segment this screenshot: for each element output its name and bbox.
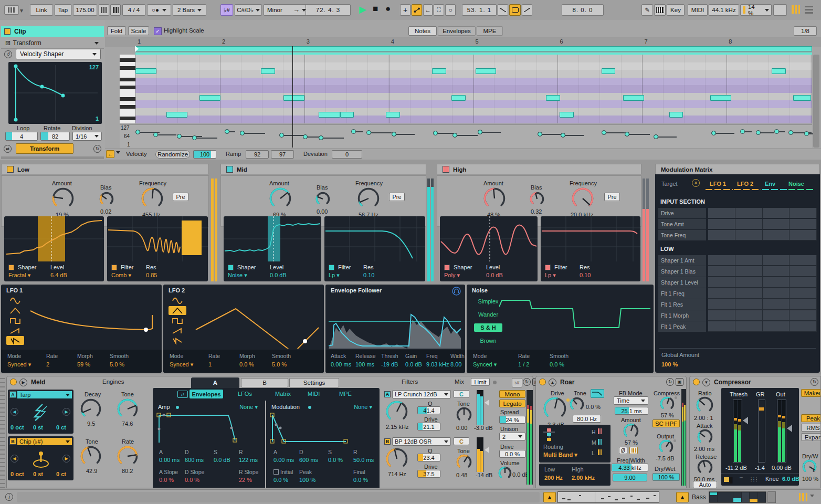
tap-button[interactable]: Tap — [55, 4, 71, 16]
lfo2-smooth-value[interactable]: 5.0 % — [272, 361, 287, 368]
ramp-start-field[interactable]: 92 — [246, 150, 269, 159]
matrix-cell[interactable] — [708, 230, 735, 240]
mid-pre-button[interactable]: Pre — [389, 193, 405, 201]
mix-a-c-button[interactable]: C — [454, 390, 469, 398]
nudge-up-button[interactable] — [110, 4, 121, 16]
punch-out-button[interactable] — [522, 4, 532, 16]
high-shaper-menu[interactable]: Poly ▾ — [444, 272, 460, 279]
subtab-matrix[interactable]: Matrix — [275, 391, 291, 397]
release-value[interactable]: 100 ms — [355, 361, 374, 368]
low-amount-knob[interactable] — [52, 187, 74, 209]
band-low-activator[interactable] — [7, 166, 14, 173]
grid-row[interactable] — [135, 108, 812, 116]
mix-a-level-slider[interactable] — [485, 400, 489, 406]
compressor-fold-button[interactable]: ▼ — [702, 379, 710, 386]
matrix-row-label[interactable]: Flt 1 Freq — [658, 288, 706, 299]
engine-a-oct[interactable]: 0 oct — [10, 424, 24, 430]
xover-high-value[interactable]: 2.00 kHz — [572, 475, 595, 481]
mid-amount-knob[interactable] — [269, 187, 291, 209]
follow-button[interactable]: → — [293, 6, 300, 14]
high-pre-button[interactable]: Pre — [604, 193, 620, 201]
beat-ruler[interactable]: 12345678 — [105, 37, 821, 47]
engine-a-tone-knob[interactable] — [117, 398, 138, 419]
spread-field[interactable]: 24 % — [499, 416, 525, 424]
scale-button[interactable]: Scale — [128, 26, 149, 35]
fb-mode-menu[interactable]: Time — [614, 396, 648, 405]
band-high-activator[interactable] — [443, 166, 449, 173]
matrix-cell[interactable] — [735, 230, 763, 240]
engine-b-oct[interactable]: 0 oct — [10, 471, 24, 477]
env-follower-display[interactable] — [329, 296, 462, 349]
fb-freq-field[interactable]: 4.33 kHz — [612, 464, 648, 471]
lane-remove-button[interactable]: ← — [106, 150, 114, 158]
new-button[interactable]: + — [400, 4, 410, 16]
square-icon[interactable] — [6, 316, 24, 325]
mono-button[interactable]: Mono — [499, 390, 525, 398]
fb-width-field[interactable]: 9.00 — [613, 474, 647, 481]
roar-drywet-field[interactable]: 100 % — [652, 473, 680, 481]
matrix-row-label[interactable]: Tone Freq — [658, 230, 706, 240]
matrix-cell[interactable] — [708, 219, 735, 229]
matrix-col-env[interactable]: Env — [765, 181, 775, 187]
loop-count-field[interactable]: 4 — [5, 132, 38, 141]
device-scroll-button[interactable]: ▲ — [676, 492, 689, 502]
out-drive-field[interactable]: 0.0 % — [499, 450, 525, 458]
arrangement-position-field[interactable]: 72. 4. 3 — [306, 4, 351, 16]
punch-in-field[interactable]: 53. 1. 1 — [462, 4, 497, 16]
low-filter-activator[interactable] — [111, 265, 117, 270]
randomize-amount-field[interactable]: 100 — [193, 150, 216, 159]
matrix-cell[interactable] — [763, 299, 790, 310]
quantize-menu[interactable]: 2 Bars — [173, 4, 206, 16]
mid-filter-activator[interactable] — [329, 265, 334, 270]
lfo2-mode-menu[interactable]: Synced ▾ — [170, 361, 193, 368]
grid-row[interactable] — [135, 78, 812, 86]
mid-shaper-menu[interactable]: Noise ▾ — [228, 272, 247, 279]
engine-b-prev-button[interactable]: ◀ — [10, 455, 18, 463]
matrix-cell[interactable] — [735, 255, 763, 266]
engine-b-ct[interactable]: 0 ct — [56, 471, 66, 477]
filter-a-q-field[interactable]: 41.4 — [417, 406, 440, 414]
grid-row[interactable] — [135, 55, 812, 62]
ramp-down-icon[interactable] — [6, 336, 24, 345]
matrix-cell[interactable] — [735, 266, 763, 277]
note-grid[interactable] — [135, 55, 812, 123]
ramp-up-icon[interactable] — [169, 326, 186, 335]
rotate-field[interactable]: 82 — [40, 132, 70, 141]
matrix-cell[interactable] — [763, 219, 790, 229]
meld-hot-swap-icon[interactable]: ↻ — [523, 378, 531, 386]
headphone-preview-icon[interactable] — [452, 287, 461, 296]
transform-loop-toggle[interactable]: ⇄ — [4, 145, 12, 153]
matrix-row-label[interactable]: Shaper 1 Level — [658, 277, 706, 288]
matrix-row-label[interactable]: Shaper 1 Bias — [658, 266, 706, 277]
high-filter-menu[interactable]: Lp ▾ — [545, 272, 556, 279]
matrix-cell[interactable] — [763, 266, 790, 277]
view-options-icon[interactable] — [4, 5, 19, 15]
high-level-value[interactable]: 0.0 dB — [486, 272, 503, 278]
reenable-automation-button[interactable]: ← — [423, 4, 433, 16]
mod-initial-value[interactable]: 0.0 % — [273, 477, 288, 483]
rms-button[interactable]: RMS — [801, 424, 821, 432]
gain-reduction-button[interactable]: ᎒᎒᎒ — [749, 476, 759, 484]
scale-name-menu[interactable]: Minor — [264, 4, 310, 16]
engine-b-st[interactable]: 0 st — [33, 471, 43, 477]
knee-value[interactable]: 6.0 dB — [782, 476, 799, 482]
fb-phase-button[interactable]: Ø — [619, 447, 627, 454]
lfo1-waveform-selector[interactable] — [6, 296, 25, 349]
high-filter-activator[interactable] — [545, 265, 551, 270]
record-button[interactable]: ● — [385, 4, 391, 14]
mixer-meter-arrow-icon[interactable] — [810, 495, 814, 497]
release-knob[interactable] — [697, 459, 713, 475]
mod-d-value[interactable]: 600 ms — [299, 457, 318, 463]
matrix-cell[interactable] — [790, 255, 817, 266]
low-bias-knob[interactable] — [99, 192, 114, 206]
subtab-midi[interactable]: MIDI — [308, 391, 320, 397]
matrix-cell[interactable] — [708, 299, 735, 310]
engine-a-menu[interactable]: Tarp — [17, 391, 72, 398]
mid-filter-graph[interactable]: Filter Res Lp ▾ 0.10 — [324, 216, 425, 281]
filter-b-drive-field[interactable]: 37.5 — [417, 470, 440, 478]
meld-tab-settings[interactable]: Settings — [289, 378, 339, 387]
high-frequency-knob[interactable] — [572, 187, 594, 209]
mod-mode-menu[interactable]: None ▾ — [354, 404, 372, 411]
engine-a-next-button[interactable]: ▶ — [62, 408, 70, 416]
noise-display[interactable] — [499, 295, 651, 349]
